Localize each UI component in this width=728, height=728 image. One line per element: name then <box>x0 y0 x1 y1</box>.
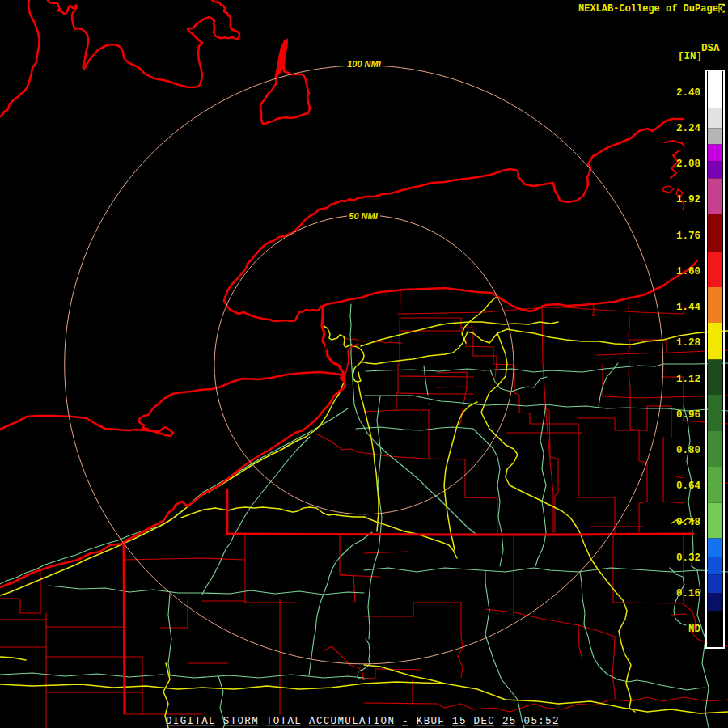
svg-text:50 NMI: 50 NMI <box>349 211 378 221</box>
svg-text:[IN]: [IN] <box>678 51 702 62</box>
svg-text:2.40: 2.40 <box>676 87 700 99</box>
svg-text:1.92: 1.92 <box>676 194 700 205</box>
svg-text:0.16: 0.16 <box>676 588 700 599</box>
svg-text:0.48: 0.48 <box>676 517 700 528</box>
svg-text:DSA: DSA <box>701 43 720 54</box>
svg-text:100 NMI: 100 NMI <box>347 59 382 69</box>
svg-text:1.12: 1.12 <box>676 374 700 385</box>
svg-text:ND: ND <box>688 624 701 635</box>
svg-text:0.96: 0.96 <box>676 409 700 421</box>
svg-text:2.24: 2.24 <box>676 123 701 134</box>
svg-text:0.64: 0.64 <box>676 480 701 492</box>
svg-text:1.44: 1.44 <box>676 302 701 313</box>
svg-text:0.32: 0.32 <box>676 552 700 564</box>
svg-text:1.60: 1.60 <box>676 266 700 277</box>
svg-text:NEXLAB-College of DuPage: NEXLAB-College of DuPage <box>578 3 718 15</box>
svg-text:2.08: 2.08 <box>676 159 700 170</box>
svg-text:0.80: 0.80 <box>676 445 700 456</box>
svg-text:1.28: 1.28 <box>676 337 700 349</box>
svg-text:1.76: 1.76 <box>676 231 700 242</box>
